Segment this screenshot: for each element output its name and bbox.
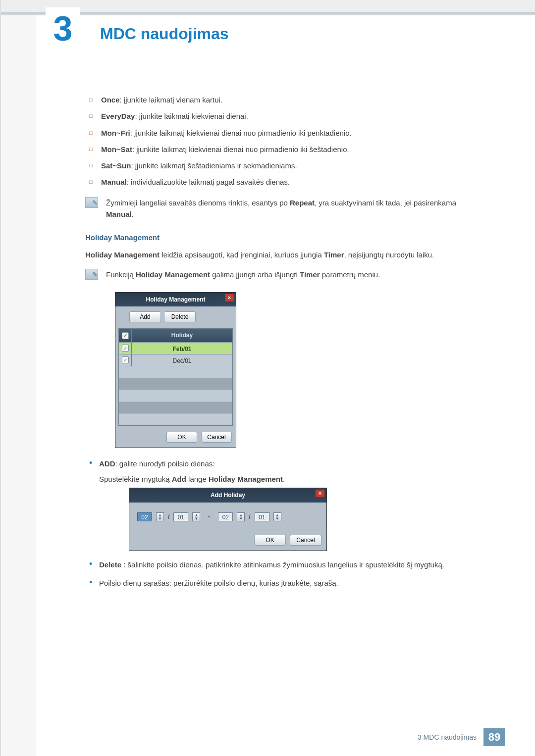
dialog-title: Holiday Management ×	[115, 293, 236, 307]
dialog-title: Add Holiday ×	[129, 488, 326, 503]
table-row[interactable]: ✓ Feb/01	[119, 342, 232, 354]
chapter-number: 3	[54, 9, 73, 49]
add-holiday-dialog: Add Holiday × 02 ▲▼ / 01 ▲▼ ~ 02 ▲▼ / 01	[129, 488, 327, 551]
option-list: Once: įjunkite laikmatį vienam kartui. E…	[85, 94, 485, 188]
tilde: ~	[204, 512, 214, 522]
spinner-icon[interactable]: ▲▼	[192, 512, 200, 521]
page-number: 89	[483, 728, 505, 746]
list-item: Delete : šalinkite poilsio dienas. patik…	[85, 559, 485, 570]
list-item: EveryDay: įjunkite laikmatį kiekvienai d…	[85, 110, 485, 122]
list-item: Sat~Sun: įjunkite laikmatį šeštadieniams…	[85, 160, 485, 171]
spinner-icon[interactable]: ▲▼	[237, 512, 245, 521]
from-month-field[interactable]: 02	[137, 512, 152, 521]
holiday-table: ✓ Holiday ✓ Feb/01 ✓ Dec/01	[118, 328, 233, 426]
ok-button[interactable]: OK	[254, 535, 286, 546]
list-item: Once: įjunkite laikmatį vienam kartui.	[85, 94, 485, 105]
list-item: Mon~Fri: įjunkite laikmatį kiekvienai di…	[85, 127, 485, 139]
from-day-field[interactable]: 01	[173, 512, 188, 521]
section-heading: Holiday Management	[85, 232, 485, 243]
holiday-management-dialog: Holiday Management × Add Delete ✓ Holida…	[115, 292, 236, 448]
note-timer: Funkciją Holiday Management galima įjung…	[85, 269, 485, 280]
checkbox-header[interactable]: ✓	[119, 329, 132, 342]
ok-button[interactable]: OK	[166, 432, 197, 443]
spinner-icon[interactable]: ▲▼	[273, 512, 281, 521]
spinner-icon[interactable]: ▲▼	[156, 512, 164, 521]
note-icon	[85, 269, 98, 280]
close-icon[interactable]: ×	[225, 294, 234, 302]
delete-button[interactable]: Delete	[164, 311, 196, 322]
add-button[interactable]: Add	[129, 311, 161, 322]
list-item: Manual: individualizuokite laikmatį paga…	[85, 176, 485, 188]
page-footer: 3 MDC naudojimas 89	[418, 728, 505, 746]
close-icon[interactable]: ×	[316, 490, 324, 497]
table-row[interactable]: ✓ Dec/01	[119, 354, 232, 366]
list-item: Poilsio dienų sąrašas: peržiūrėkite poil…	[85, 577, 485, 589]
checkbox[interactable]: ✓	[122, 345, 129, 352]
chapter-badge: 3	[46, 7, 80, 50]
to-day-field[interactable]: 01	[255, 512, 269, 521]
cancel-button[interactable]: Cancel	[201, 432, 232, 443]
column-header-holiday: Holiday	[132, 329, 232, 342]
note-manual: Žymimieji langeliai savaitės dienoms rin…	[85, 197, 485, 220]
list-item: ADD: galite nurodyti poilsio dienas: Spu…	[85, 458, 485, 551]
footer-label: 3 MDC naudojimas	[418, 733, 477, 741]
cancel-button[interactable]: Cancel	[290, 535, 321, 546]
note-icon	[85, 197, 98, 208]
holiday-name: Feb/01	[132, 343, 232, 354]
holiday-name: Dec/01	[132, 354, 232, 366]
checkbox[interactable]: ✓	[122, 356, 129, 363]
to-month-field[interactable]: 02	[218, 512, 233, 521]
hm-paragraph: Holiday Management leidžia apsisaugoti, …	[85, 249, 485, 260]
list-item: Mon~Sat: įjunkite laikmatį kiekvienai di…	[85, 144, 485, 155]
bullet-list: ADD: galite nurodyti poilsio dienas: Spu…	[85, 458, 485, 589]
page-title: MDC naudojimas	[100, 25, 229, 43]
